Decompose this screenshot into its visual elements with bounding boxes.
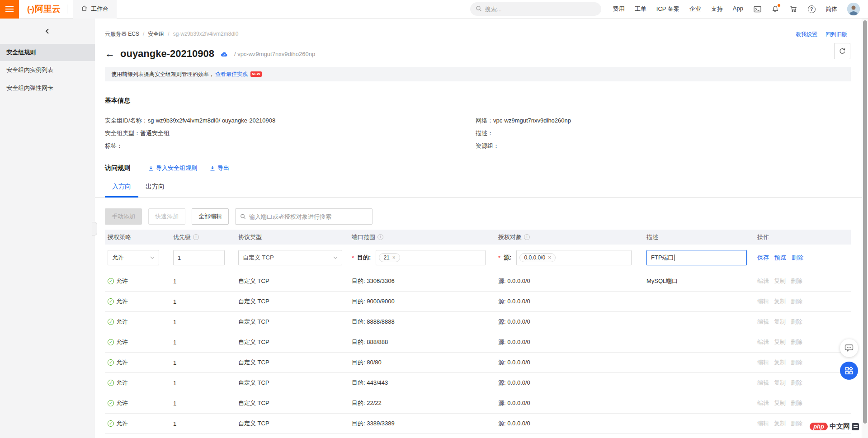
avatar[interactable] bbox=[847, 3, 860, 15]
breadcrumb: 云服务器 ECS/安全组/sg-wz9b39x2fv4ivm2m8dl0 bbox=[95, 30, 868, 38]
rule-action-删除[interactable]: 删除 bbox=[791, 358, 802, 367]
topbar-menu-item[interactable]: 企业 bbox=[689, 5, 701, 13]
scrollbar-thumb[interactable] bbox=[863, 20, 867, 424]
source-input[interactable]: 0.0.0.0/0 × bbox=[516, 250, 632, 265]
rule-action-编辑[interactable]: 编辑 bbox=[757, 358, 769, 367]
policy-select[interactable]: 允许 bbox=[108, 250, 159, 265]
help-icon[interactable]: ? bbox=[807, 5, 816, 13]
old-version-link[interactable]: 回到旧版 bbox=[826, 31, 847, 38]
rule-action-复制[interactable]: 复制 bbox=[774, 379, 786, 387]
rule-port-range: 目的: 22/22 bbox=[349, 399, 495, 407]
rule-action-删除[interactable]: 删除 bbox=[791, 277, 802, 285]
rule-action-删除[interactable]: 删除 bbox=[791, 338, 802, 346]
rule-row: ✓允许1自定义 TCP目的: 9000/9000源: 0.0.0.0/0编辑复制… bbox=[105, 292, 851, 312]
quick-add-button[interactable]: 快速添加 bbox=[148, 208, 185, 225]
topbar-menu-item[interactable]: App bbox=[733, 5, 743, 13]
rule-priority: 1 bbox=[170, 400, 236, 407]
rule-action-删除[interactable]: 删除 bbox=[791, 379, 802, 387]
info-icon[interactable]: i bbox=[524, 234, 530, 240]
edit-action-预览[interactable]: 预览 bbox=[774, 254, 786, 262]
breadcrumb-item[interactable]: 安全组 bbox=[148, 30, 164, 38]
terminal-icon[interactable] bbox=[753, 5, 761, 13]
remove-tag-icon[interactable]: × bbox=[392, 254, 396, 261]
rule-actions: 编辑复制删除 bbox=[755, 338, 851, 346]
rule-action-复制[interactable]: 复制 bbox=[774, 318, 786, 326]
topbar-divider bbox=[67, 5, 67, 14]
rule-action-删除[interactable]: 删除 bbox=[791, 297, 802, 306]
description-input[interactable]: FTP端口 bbox=[646, 250, 747, 265]
sidebar-item-0[interactable]: 安全组规则 bbox=[0, 44, 95, 61]
topbar-menu-item[interactable]: 费用 bbox=[613, 5, 625, 13]
rules-search[interactable] bbox=[235, 208, 373, 225]
rule-actions: 编辑复制删除 bbox=[755, 399, 851, 407]
priority-input[interactable] bbox=[173, 250, 225, 265]
manual-add-button[interactable]: 手动添加 bbox=[105, 208, 142, 225]
rule-protocol: 自定义 TCP bbox=[236, 338, 349, 346]
col-priority: 优先级 bbox=[173, 233, 191, 241]
topbar-menu-item[interactable]: ICP 备案 bbox=[656, 5, 679, 13]
global-search[interactable] bbox=[470, 2, 601, 16]
sidebar-item-1[interactable]: 安全组内实例列表 bbox=[0, 61, 95, 79]
watermark-text: 中文网 bbox=[830, 422, 850, 431]
rule-action-复制[interactable]: 复制 bbox=[774, 297, 786, 306]
edit-action-保存[interactable]: 保存 bbox=[757, 254, 769, 262]
edit-all-button[interactable]: 全部编辑 bbox=[192, 208, 229, 225]
topbar-menu-item[interactable]: 支持 bbox=[711, 5, 723, 13]
rule-action-复制[interactable]: 复制 bbox=[774, 338, 786, 346]
rule-action-编辑[interactable]: 编辑 bbox=[757, 277, 769, 285]
rule-action-复制[interactable]: 复制 bbox=[774, 358, 786, 367]
refresh-button[interactable] bbox=[834, 43, 850, 59]
rule-action-编辑[interactable]: 编辑 bbox=[757, 399, 769, 407]
tab-inbound[interactable]: 入方向 bbox=[105, 177, 138, 198]
cart-icon[interactable] bbox=[789, 5, 797, 13]
info-icon[interactable]: i bbox=[193, 234, 199, 240]
edit-name-icon[interactable] bbox=[221, 51, 228, 57]
rule-action-复制[interactable]: 复制 bbox=[774, 399, 786, 407]
vertical-scrollbar[interactable] bbox=[862, 19, 868, 438]
required-asterisk: * bbox=[498, 254, 500, 261]
dest-port-input[interactable]: 21 × bbox=[376, 250, 486, 265]
import-rules-link[interactable]: 导入安全组规则 bbox=[148, 164, 197, 172]
rule-action-编辑[interactable]: 编辑 bbox=[757, 297, 769, 306]
rule-action-编辑[interactable]: 编辑 bbox=[757, 379, 769, 387]
breadcrumb-item[interactable]: 云服务器 ECS bbox=[105, 30, 139, 38]
rule-protocol: 自定义 TCP bbox=[236, 379, 349, 387]
search-icon bbox=[476, 5, 482, 13]
notification-bell-icon[interactable] bbox=[771, 5, 779, 13]
feedback-button[interactable] bbox=[840, 339, 858, 357]
rule-action-编辑[interactable]: 编辑 bbox=[757, 419, 769, 428]
back-arrow-icon[interactable]: ← bbox=[105, 49, 115, 59]
workbench-button[interactable]: 工作台 bbox=[73, 0, 117, 19]
sidebar-collapse-handle[interactable] bbox=[92, 222, 97, 235]
tab-outbound[interactable]: 出方向 bbox=[138, 177, 172, 198]
rule-action-复制[interactable]: 复制 bbox=[774, 277, 786, 285]
info-value: vpc-wz9mgut7nxv9diho260np bbox=[493, 117, 571, 124]
protocol-select[interactable]: 自定义 TCP bbox=[238, 250, 342, 265]
sidebar: 安全组规则安全组内实例列表安全组内弹性网卡 bbox=[0, 19, 95, 438]
rule-action-删除[interactable]: 删除 bbox=[791, 318, 802, 326]
topbar-menu-item[interactable]: 工单 bbox=[635, 5, 646, 13]
rule-action-删除[interactable]: 删除 bbox=[791, 419, 802, 428]
rule-action-删除[interactable]: 删除 bbox=[791, 399, 802, 407]
sidebar-item-2[interactable]: 安全组内弹性网卡 bbox=[0, 79, 95, 97]
allow-check-icon: ✓ bbox=[108, 298, 114, 305]
rule-action-编辑[interactable]: 编辑 bbox=[757, 318, 769, 326]
edit-action-删除[interactable]: 删除 bbox=[792, 254, 803, 262]
sidebar-back-button[interactable] bbox=[0, 19, 95, 44]
rule-priority: 1 bbox=[170, 339, 236, 346]
rule-action-复制[interactable]: 复制 bbox=[774, 419, 786, 428]
hamburger-menu-icon[interactable] bbox=[0, 0, 19, 19]
rules-search-input[interactable] bbox=[249, 213, 368, 220]
locale-switch[interactable]: 简体 bbox=[826, 5, 837, 13]
rules-header: 访问规则 导入安全组规则 导出 bbox=[95, 163, 868, 173]
apps-button[interactable] bbox=[840, 362, 858, 380]
best-practice-link[interactable]: 查看最佳实践 bbox=[215, 71, 248, 78]
teach-settings-link[interactable]: 教我设置 bbox=[796, 31, 817, 38]
rule-action-编辑[interactable]: 编辑 bbox=[757, 338, 769, 346]
aliyun-logo[interactable]: (-) 阿里云 bbox=[27, 3, 61, 15]
allow-check-icon: ✓ bbox=[108, 359, 114, 366]
global-search-input[interactable] bbox=[485, 6, 596, 13]
info-icon[interactable]: i bbox=[377, 234, 383, 240]
remove-tag-icon[interactable]: × bbox=[548, 254, 551, 261]
export-link[interactable]: 导出 bbox=[210, 164, 229, 172]
